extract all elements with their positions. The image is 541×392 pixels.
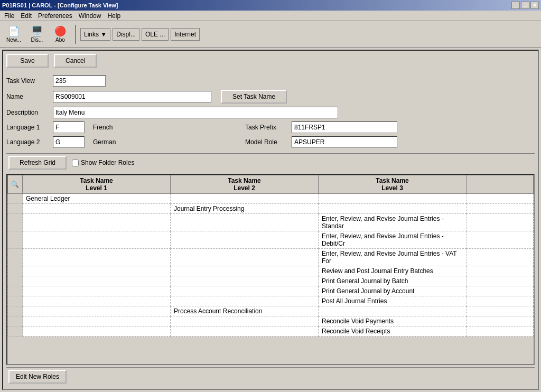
row-num-cell — [8, 276, 23, 286]
internet-label: Internet — [174, 31, 196, 38]
language1-row: Language 1 French Task Prefix — [6, 122, 535, 133]
row-num-cell — [8, 231, 23, 249]
language2-row: Language 2 German Model Role — [6, 136, 535, 148]
row-num-cell — [8, 249, 23, 266]
toolbar-separator — [75, 25, 76, 44]
ole-label: OLE ... — [145, 31, 165, 38]
grid-header-icon: 🔍 — [8, 175, 23, 194]
menu-preferences[interactable]: Preferences — [35, 11, 76, 21]
extra-cell — [467, 276, 534, 286]
level3-cell: Print General Journal by Account — [319, 286, 467, 296]
language2-code-input[interactable] — [53, 136, 85, 148]
level2-cell — [171, 231, 319, 249]
menu-bar: File Edit Preferences Window Help — [0, 11, 541, 21]
extra-cell — [467, 231, 534, 249]
grid-scroll[interactable]: 🔍 Task Name Level 1 Task Name Level 2 — [7, 175, 534, 364]
grid-header-level1: Task Name Level 1 — [23, 175, 171, 194]
row-num-cell — [8, 286, 23, 296]
name-label: Name — [6, 93, 49, 100]
table-row: Enter, Review, and Revise Journal Entrie… — [8, 231, 534, 249]
menu-window[interactable]: Window — [76, 11, 105, 21]
cancel-button[interactable]: Cancel — [54, 54, 97, 68]
language1-code-input[interactable] — [53, 122, 85, 133]
save-button[interactable]: Save — [6, 54, 49, 68]
row-num-cell — [8, 316, 23, 326]
level3-cell — [319, 204, 467, 214]
row-num-cell — [8, 306, 23, 316]
toolbar-new-btn[interactable]: 📄 New... — [3, 23, 24, 45]
table-row: Process Account Reconciliation — [8, 306, 534, 316]
close-btn[interactable]: ✕ — [530, 2, 539, 9]
table-row: Enter, Review, and Revise Journal Entrie… — [8, 249, 534, 266]
refresh-grid-button[interactable]: Refresh Grid — [8, 156, 67, 170]
level2-cell: Journal Entry Processing — [171, 204, 319, 214]
inner-window: Save Cancel Task View Name Set Task Name… — [2, 50, 539, 390]
internet-btn[interactable]: Internet — [171, 28, 200, 41]
table-row: Enter, Review, and Revise Journal Entrie… — [8, 214, 534, 231]
form-fields: Task View Name Set Task Name Description… — [6, 73, 535, 153]
model-role-input[interactable] — [292, 136, 397, 148]
level2-cell — [171, 266, 319, 276]
grid-icon: 🔍 — [11, 181, 19, 188]
task-prefix-label: Task Prefix — [245, 124, 287, 131]
toolbar-abo-label: Abo — [55, 37, 65, 43]
description-input[interactable] — [53, 107, 338, 118]
toolbar-dis-label: Dis... — [31, 37, 43, 43]
grid-controls: Refresh Grid Show Folder Roles — [6, 153, 535, 172]
toolbar-dis-btn[interactable]: 🖥️ Dis... — [26, 23, 48, 45]
menu-edit[interactable]: Edit — [17, 11, 35, 21]
data-grid-wrapper: 🔍 Task Name Level 1 Task Name Level 2 — [6, 174, 535, 365]
window-area: Save Cancel Task View Name Set Task Name… — [0, 48, 541, 392]
abo-icon: 🔴 — [54, 25, 66, 37]
level3-cell: Review and Post Journal Entry Batches — [319, 266, 467, 276]
extra-cell — [467, 194, 534, 204]
edit-new-roles-button[interactable]: Edit New Roles — [8, 370, 67, 384]
table-row: General Ledger — [8, 194, 534, 204]
level2-cell: Process Account Reconciliation — [171, 306, 319, 316]
menu-help[interactable]: Help — [104, 11, 124, 21]
links-btn[interactable]: Links ▼ — [80, 28, 110, 41]
maximize-btn[interactable]: □ — [521, 2, 529, 9]
level2-cell — [171, 276, 319, 286]
row-num-cell — [8, 296, 23, 306]
level2-cell — [171, 249, 319, 266]
table-row: Reconcile Void Receipts — [8, 326, 534, 337]
task-view-label: Task View — [6, 77, 49, 85]
level3-cell: Reconcile Void Payments — [319, 316, 467, 326]
dis-icon: 🖥️ — [31, 25, 43, 37]
level2-cell — [171, 326, 319, 337]
task-prefix-input[interactable] — [292, 122, 397, 133]
level2-cell — [171, 194, 319, 204]
table-row: Print General Journal by Account — [8, 286, 534, 296]
minimize-btn[interactable]: _ — [511, 2, 520, 9]
name-row: Name Set Task Name — [6, 90, 535, 104]
toolbar-abo-btn[interactable]: 🔴 Abo — [50, 23, 71, 45]
description-label: Description — [6, 109, 49, 116]
level2-cell — [171, 316, 319, 326]
table-row: Review and Post Journal Entry Batches — [8, 266, 534, 276]
displ-label: Displ... — [116, 31, 136, 38]
new-icon: 📄 — [8, 25, 20, 37]
row-num-cell — [8, 204, 23, 214]
level1-cell — [23, 266, 171, 276]
displ-btn[interactable]: Displ... — [113, 28, 139, 41]
level3-cell — [319, 194, 467, 204]
level1-cell — [23, 286, 171, 296]
name-input[interactable] — [53, 91, 211, 102]
level1-cell — [23, 249, 171, 266]
level1-cell — [23, 326, 171, 337]
level1-cell — [23, 214, 171, 231]
action-buttons: Save Cancel — [6, 54, 535, 68]
table-row: Print General Journal by Batch — [8, 276, 534, 286]
ole-btn[interactable]: OLE ... — [142, 28, 169, 41]
extra-cell — [467, 249, 534, 266]
menu-file[interactable]: File — [1, 11, 17, 21]
set-task-name-button[interactable]: Set Task Name — [221, 90, 287, 104]
task-view-row: Task View — [6, 75, 535, 87]
toolbar: 📄 New... 🖥️ Dis... 🔴 Abo Links ▼ Displ..… — [0, 21, 541, 48]
task-view-input[interactable] — [53, 75, 106, 87]
window-controls[interactable]: _ □ ✕ — [511, 2, 539, 9]
show-folder-roles-checkbox[interactable] — [72, 160, 79, 166]
level3-cell: Enter, Review, and Revise Journal Entrie… — [319, 249, 467, 266]
table-row: Reconcile Void Payments — [8, 316, 534, 326]
